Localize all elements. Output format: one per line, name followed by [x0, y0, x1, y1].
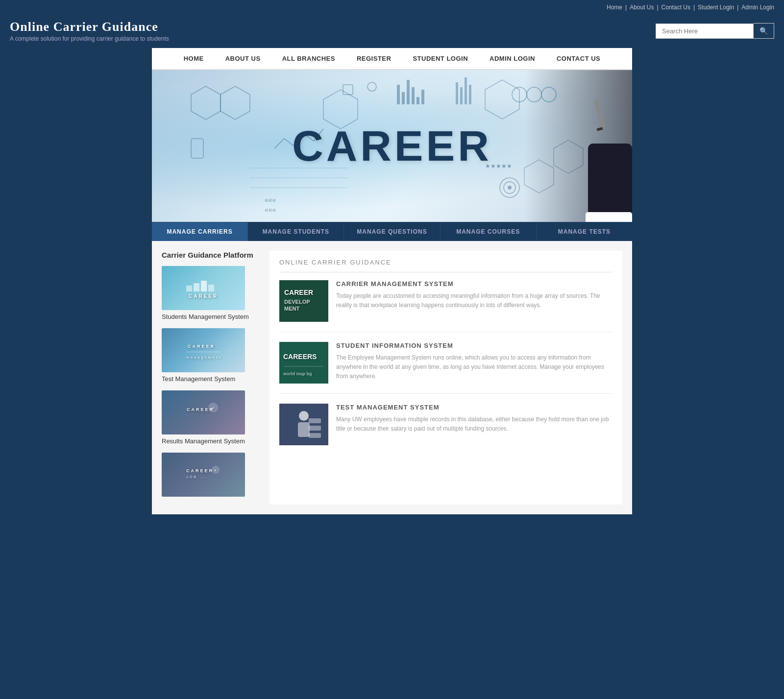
hero-tab-tests[interactable]: MANAGE TESTS	[537, 222, 632, 241]
content-section: Carrier Guidance Platform CAREER Student…	[152, 241, 632, 514]
svg-rect-9	[412, 87, 415, 104]
topbar-student-link[interactable]: Student Login	[698, 4, 734, 11]
card-title-3: TEST MANAGEMENT SYSTEM	[336, 404, 612, 411]
svg-point-29	[508, 186, 512, 190]
sidebar-img-tests: CAREER management	[162, 328, 245, 372]
main-wrapper: HOME ABOUT US ALL BRANCHES REGISTER STUD…	[152, 48, 632, 514]
topbar-admin-link[interactable]: Admin Login	[741, 4, 774, 11]
card-img-2: CAREERS world map bg	[279, 342, 328, 384]
nav-admin-login[interactable]: ADMIN LOGIN	[479, 48, 546, 69]
hero-tab-questions[interactable]: MANAGE QUESTIONS	[344, 222, 440, 241]
svg-rect-22	[343, 85, 353, 95]
topbar-about-link[interactable]: About Us	[630, 4, 654, 11]
search-button[interactable]: 🔍	[754, 23, 774, 39]
svg-text:CAREER: CAREER	[186, 468, 214, 473]
search-input[interactable]	[656, 24, 754, 39]
card-img-3	[279, 404, 328, 445]
svg-rect-12	[456, 82, 458, 104]
svg-text:MENT: MENT	[284, 306, 299, 312]
sidebar-item-tests[interactable]: CAREER management Test Management System	[162, 328, 260, 383]
hero-tab-students[interactable]: MANAGE STUDENTS	[248, 222, 344, 241]
svg-text:+: +	[214, 469, 218, 472]
svg-rect-15	[469, 85, 471, 104]
svg-rect-6	[397, 85, 400, 104]
sidebar-img-results: CAREER ✓	[162, 390, 245, 434]
svg-text:«««: «««	[265, 196, 276, 204]
top-bar: Home | About Us | Contact Us | Student L…	[0, 0, 784, 15]
sidebar-item-4[interactable]: CAREER JOB ... +	[162, 453, 260, 497]
svg-point-59	[299, 411, 309, 421]
content-card-2: CAREERS world map bg STUDENT INFORMATION…	[279, 342, 612, 394]
svg-marker-0	[191, 86, 220, 120]
sidebar-title: Carrier Guidance Platform	[162, 251, 260, 259]
nav-home[interactable]: HOME	[173, 48, 215, 69]
nav-contact[interactable]: CONTACT US	[546, 48, 611, 69]
svg-text:CAREER: CAREER	[189, 293, 218, 299]
right-content: ONLINE CARRIER GUIDANCE CAREER DEVELOP M…	[270, 251, 622, 505]
hero-section: ««« ««« ★★★★★	[152, 70, 632, 241]
content-divider	[279, 272, 612, 272]
card-title-2: STUDENT INFORMATION SYSTEM	[336, 342, 612, 349]
svg-rect-62	[309, 426, 321, 431]
content-card-1: CAREER DEVELOP MENT CARRIER MANAGEMENT S…	[279, 280, 612, 332]
svg-text:JOB ...: JOB ...	[186, 475, 207, 479]
svg-rect-30	[191, 139, 203, 158]
svg-rect-34	[586, 212, 632, 222]
svg-rect-36	[194, 283, 199, 291]
sidebar-label-results: Results Management System	[162, 437, 260, 445]
svg-text:CAREER: CAREER	[188, 344, 215, 349]
svg-text:DEVELOP: DEVELOP	[284, 299, 310, 305]
hero-tab-courses[interactable]: MANAGE COURSES	[441, 222, 537, 241]
sidebar-label-students: Students Management System	[162, 313, 260, 320]
hero-image: ««« ««« ★★★★★	[152, 70, 632, 222]
svg-rect-10	[416, 97, 419, 104]
hero-tabs: MANAGE CARRIERS MANAGE STUDENTS MANAGE Q…	[152, 222, 632, 241]
svg-rect-37	[201, 281, 207, 291]
svg-rect-35	[186, 286, 192, 291]
svg-rect-63	[309, 433, 321, 438]
nav-about[interactable]: ABOUT US	[215, 48, 271, 69]
svg-rect-8	[407, 80, 410, 104]
svg-rect-13	[460, 87, 463, 104]
header: Online Carrier Guidance A complete solut…	[0, 15, 784, 48]
content-section-title: ONLINE CARRIER GUIDANCE	[279, 259, 612, 266]
hero-hand-overlay	[524, 70, 632, 222]
nav-branches[interactable]: ALL BRANCHES	[271, 48, 346, 69]
card-desc-1: Today people are accustomed to accessing…	[336, 291, 612, 310]
svg-text:CAREER: CAREER	[284, 289, 313, 296]
nav-register[interactable]: REGISTER	[346, 48, 402, 69]
svg-text:CAREERS: CAREERS	[283, 353, 317, 361]
sidebar-label-tests: Test Management System	[162, 375, 260, 383]
svg-rect-14	[465, 77, 467, 104]
sidebar-img-4: CAREER JOB ... +	[162, 453, 245, 497]
svg-rect-7	[402, 92, 405, 104]
svg-rect-38	[208, 285, 214, 291]
card-text-3: TEST MANAGEMENT SYSTEM Many UW employees…	[336, 404, 612, 445]
hero-tab-carriers[interactable]: MANAGE CARRIERS	[152, 222, 248, 241]
card-text-2: STUDENT INFORMATION SYSTEM The Employee …	[336, 342, 612, 384]
topbar-contact-link[interactable]: Contact Us	[662, 4, 690, 11]
logo-subtitle: A complete solution for providing carrie…	[10, 35, 169, 42]
topbar-home-link[interactable]: Home	[607, 4, 622, 11]
logo-title: Online Carrier Guidance	[10, 20, 169, 34]
sidebar-item-students[interactable]: CAREER Students Management System	[162, 266, 260, 320]
svg-rect-32	[597, 127, 603, 131]
svg-text:«««: «««	[265, 206, 276, 214]
svg-rect-31	[594, 99, 605, 129]
svg-rect-41	[186, 352, 220, 352]
svg-rect-60	[298, 422, 310, 437]
main-nav: HOME ABOUT US ALL BRANCHES REGISTER STUD…	[152, 48, 632, 70]
sidebar-item-results[interactable]: CAREER ✓ Results Management System	[162, 390, 260, 445]
content-card-3: TEST MANAGEMENT SYSTEM Many UW employees…	[279, 404, 612, 455]
svg-rect-54	[279, 342, 328, 384]
sidebar-img-students: CAREER	[162, 266, 245, 310]
svg-text:management: management	[186, 356, 222, 360]
logo-area: Online Carrier Guidance A complete solut…	[10, 20, 169, 42]
nav-student-login[interactable]: STUDENT LOGIN	[402, 48, 479, 69]
svg-marker-1	[220, 86, 250, 120]
hero-career-text: CAREER	[292, 121, 492, 171]
svg-text:✓: ✓	[211, 406, 216, 410]
svg-text:world map bg: world map bg	[283, 371, 312, 376]
left-sidebar: Carrier Guidance Platform CAREER Student…	[162, 251, 260, 505]
svg-rect-33	[588, 144, 632, 222]
